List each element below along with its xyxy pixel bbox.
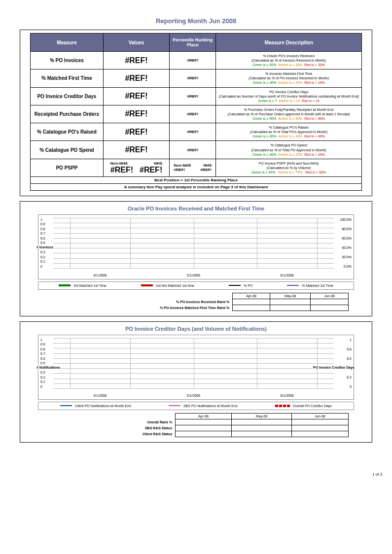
measure-name: % PO Invoices <box>31 52 104 69</box>
measure-name: Receipted Purchase Orders <box>31 105 104 123</box>
c2-mr2: Client RAG Status <box>43 431 176 437</box>
swatch-pink-icon <box>169 405 180 406</box>
leg2-2: Overall PO Creditor Days <box>293 404 332 408</box>
measure-value: #REF! <box>103 69 169 87</box>
measure-rank: #REF! <box>170 141 216 159</box>
measure-rank: #REF! <box>170 69 216 87</box>
measures-table: Measure Values Percentile Ranking Place … <box>30 33 362 191</box>
swatch-blue-icon <box>60 405 72 406</box>
pspp-h-nhs: NHS <box>154 161 162 166</box>
chart1-mini-table: Apr-08 May-08 Jun-08 % PO Invoices Recei… <box>43 293 349 311</box>
c2-mr1: SBS RAG Status <box>43 425 176 431</box>
measure-value: #REF! <box>103 52 169 69</box>
leg1-0: Vol Matched 1st Time <box>73 284 107 287</box>
measure-desc: % Purchase Orders Fully/Partially Receip… <box>216 105 362 123</box>
c1-mh2: Jun-08 <box>311 293 349 299</box>
pspp-rh-nonnhs: Non-NHS <box>174 163 191 168</box>
chart2-mini-table: Apr-08 May-08 Jun-08 Overall Rank % SBS … <box>43 413 349 437</box>
measure-desc: % Catalogue PO Spend(Calculated as % of … <box>216 141 362 159</box>
table-row: % PO Invoices#REF!#REF!% Oracle PO's Inv… <box>31 52 362 69</box>
swatch-red-dash-icon <box>275 405 290 407</box>
pspp-v-nonnhs: #REF! <box>110 166 133 174</box>
chart1-legend: Vol Matched 1st Time Vol Not Matched 1st… <box>38 281 354 290</box>
c2-mr0: Overall Rank % <box>43 419 176 425</box>
c2-mh0: Apr-08 <box>176 413 232 419</box>
pspp-rank: Non-NHS NHS #REF! #REF! <box>170 159 216 176</box>
pspp-values: Non-NHS NHS #REF! #REF! <box>103 159 169 176</box>
chart2-ylabel: # Notifications <box>36 366 61 369</box>
measure-desc: % Oracle PO's Invoices Received(Calculat… <box>216 52 362 69</box>
pspp-green: Green is ≥ 95% <box>251 171 275 174</box>
measure-rank: #REF! <box>170 105 216 123</box>
chart2-legend: Client PO Notifications at Month End SBS… <box>38 402 354 410</box>
pspp-name: PO PSPP <box>31 159 104 176</box>
swatch-purple-icon <box>287 285 299 286</box>
c2-mh1: May-08 <box>231 413 291 419</box>
table-footer-1: Best Position = 1st Percentile Ranking P… <box>31 176 362 183</box>
table-row: % Catalogue PO Spend#REF!#REF!% Catalogu… <box>31 141 362 159</box>
row-pspp: PO PSPP Non-NHS NHS #REF! #REF! Non-NHS … <box>31 159 362 176</box>
swatch-red-icon <box>141 284 153 286</box>
chart1-ylabel: # Invoices <box>36 245 54 249</box>
measure-name: % Catalogue PO Spend <box>31 141 104 159</box>
c1-mr0: % PO Invoices Received Rank % <box>43 299 233 305</box>
table-row: PO Invoice Creditor Days#REF!#REF!PO Inv… <box>31 87 362 105</box>
measure-rank: #REF! <box>170 87 216 105</box>
measure-value: #REF! <box>103 123 169 141</box>
col-values: Values <box>103 34 169 52</box>
col-measure: Measure <box>31 34 104 52</box>
pspp-desc2: (Calculated as % by Volume) <box>218 166 359 170</box>
pspp-red: Red is < 50% <box>305 171 326 174</box>
pspp-rh-nhs: NHS <box>203 163 212 168</box>
c1-mh1: May-08 <box>270 293 311 299</box>
table-footer-2: A summary Non Pay spend analysis is incl… <box>31 183 362 190</box>
swatch-black-icon <box>229 285 241 286</box>
chart2-ylabel-r: PO Invoice Creditor Days <box>312 366 356 369</box>
chart2-plot: 10.90.80.70.60.50.40.30.20.10 10.80.60.4… <box>38 335 354 400</box>
measure-value: #REF! <box>103 105 169 123</box>
leg2-0: Client PO Notifications at Month End <box>75 404 131 408</box>
pspp-v-nhs: #REF! <box>140 166 162 174</box>
col-percentile: Percentile Ranking Place <box>170 34 216 52</box>
pspp-desc: PO Invoice PSPP (NHS and Non-NHS) (Calcu… <box>216 159 362 176</box>
pspp-h-nonnhs: Non-NHS <box>110 161 128 166</box>
col-description: Measure Description <box>216 34 362 52</box>
pspp-amber: Amber is ≥ 75% <box>278 171 302 174</box>
measure-name: % Catalogue PO's Raised <box>31 123 104 141</box>
measure-desc: PO Invoice Creditor Days(Calculated as N… <box>216 87 362 105</box>
measures-panel: Measure Values Percentile Ranking Place … <box>20 30 372 196</box>
measure-value: #REF! <box>103 87 169 105</box>
page-number: 1 of 3 <box>20 472 382 477</box>
measure-name: % Matched First Time <box>31 69 104 87</box>
chart1-title: Oracle PO Invoices Received and Matched … <box>30 206 362 211</box>
swatch-green-icon <box>59 284 71 286</box>
pspp-r-nhs: #REF! <box>200 168 212 172</box>
chart2-panel: PO Invoice Creditor Days (and Volume of … <box>20 321 372 443</box>
leg1-3: % Matched 1st Time <box>302 284 333 287</box>
pspp-r-nonnhs: #REF! <box>174 168 185 172</box>
c1-mh0: Apr-08 <box>233 293 270 299</box>
table-row: % Catalogue PO's Raised#REF!#REF!% Catal… <box>31 123 362 141</box>
c2-mh2: Jun-08 <box>292 413 349 419</box>
page-title: Reporting Month Jun 2008 <box>20 17 372 25</box>
measure-desc: % Invoices Matched First Time(Calculated… <box>216 69 362 87</box>
measure-desc: % Catalogue PO's Raised(Calculated as % … <box>216 123 362 141</box>
measure-rank: #REF! <box>170 123 216 141</box>
chart1-panel: Oracle PO Invoices Received and Matched … <box>20 201 372 316</box>
measure-value: #REF! <box>103 141 169 159</box>
table-row: % Matched First Time#REF!#REF!% Invoices… <box>31 69 362 87</box>
leg1-1: Vol Not Matched 1st time <box>156 284 194 287</box>
measure-name: PO Invoice Creditor Days <box>31 87 104 105</box>
c1-mr1: % PO Invoices Matched First Time Rank % <box>43 305 233 311</box>
pspp-desc1: PO Invoice PSPP (NHS and Non-NHS) <box>218 161 359 166</box>
leg1-2: % PO <box>244 284 252 287</box>
chart1-plot: 10.90.80.70.60.50.40.30.20.10 100.0%80.0… <box>38 214 354 279</box>
measure-rank: #REF! <box>170 52 216 69</box>
leg2-1: SBS PO Notifications at Month End <box>183 404 238 408</box>
chart2-title: PO Invoice Creditor Days (and Volume of … <box>30 326 362 332</box>
table-row: Receipted Purchase Orders#REF!#REF!% Pur… <box>31 105 362 123</box>
